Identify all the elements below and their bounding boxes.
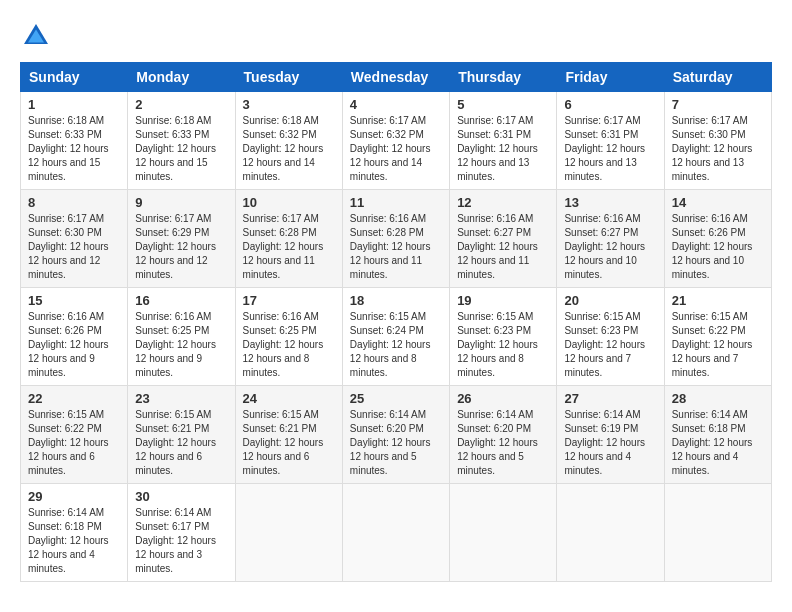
calendar-day-cell: 9 Sunrise: 6:17 AM Sunset: 6:29 PM Dayli… [128,190,235,288]
calendar-week-row: 22 Sunrise: 6:15 AM Sunset: 6:22 PM Dayl… [21,386,772,484]
day-number: 7 [672,97,764,112]
calendar-day-cell: 17 Sunrise: 6:16 AM Sunset: 6:25 PM Dayl… [235,288,342,386]
calendar-day-cell: 19 Sunrise: 6:15 AM Sunset: 6:23 PM Dayl… [450,288,557,386]
calendar-day-cell: 6 Sunrise: 6:17 AM Sunset: 6:31 PM Dayli… [557,92,664,190]
calendar-day-cell: 21 Sunrise: 6:15 AM Sunset: 6:22 PM Dayl… [664,288,771,386]
day-info: Sunrise: 6:15 AM Sunset: 6:23 PM Dayligh… [564,310,656,380]
day-info: Sunrise: 6:15 AM Sunset: 6:22 PM Dayligh… [672,310,764,380]
day-number: 19 [457,293,549,308]
calendar-day-cell: 3 Sunrise: 6:18 AM Sunset: 6:32 PM Dayli… [235,92,342,190]
calendar-header-row: SundayMondayTuesdayWednesdayThursdayFrid… [21,63,772,92]
calendar-header-tuesday: Tuesday [235,63,342,92]
day-number: 10 [243,195,335,210]
calendar-day-cell: 30 Sunrise: 6:14 AM Sunset: 6:17 PM Dayl… [128,484,235,582]
day-number: 5 [457,97,549,112]
calendar-week-row: 8 Sunrise: 6:17 AM Sunset: 6:30 PM Dayli… [21,190,772,288]
calendar-day-cell: 22 Sunrise: 6:15 AM Sunset: 6:22 PM Dayl… [21,386,128,484]
calendar-day-cell [342,484,449,582]
day-number: 1 [28,97,120,112]
day-info: Sunrise: 6:18 AM Sunset: 6:33 PM Dayligh… [135,114,227,184]
day-number: 4 [350,97,442,112]
day-number: 11 [350,195,442,210]
calendar-day-cell: 4 Sunrise: 6:17 AM Sunset: 6:32 PM Dayli… [342,92,449,190]
day-info: Sunrise: 6:15 AM Sunset: 6:21 PM Dayligh… [243,408,335,478]
day-info: Sunrise: 6:15 AM Sunset: 6:21 PM Dayligh… [135,408,227,478]
day-info: Sunrise: 6:17 AM Sunset: 6:29 PM Dayligh… [135,212,227,282]
day-number: 18 [350,293,442,308]
day-info: Sunrise: 6:16 AM Sunset: 6:25 PM Dayligh… [243,310,335,380]
calendar-day-cell: 16 Sunrise: 6:16 AM Sunset: 6:25 PM Dayl… [128,288,235,386]
calendar-header-sunday: Sunday [21,63,128,92]
day-number: 16 [135,293,227,308]
calendar-day-cell: 1 Sunrise: 6:18 AM Sunset: 6:33 PM Dayli… [21,92,128,190]
day-info: Sunrise: 6:14 AM Sunset: 6:17 PM Dayligh… [135,506,227,576]
day-number: 23 [135,391,227,406]
day-info: Sunrise: 6:14 AM Sunset: 6:20 PM Dayligh… [350,408,442,478]
day-number: 20 [564,293,656,308]
day-info: Sunrise: 6:17 AM Sunset: 6:32 PM Dayligh… [350,114,442,184]
calendar-week-row: 15 Sunrise: 6:16 AM Sunset: 6:26 PM Dayl… [21,288,772,386]
day-number: 13 [564,195,656,210]
calendar-week-row: 1 Sunrise: 6:18 AM Sunset: 6:33 PM Dayli… [21,92,772,190]
calendar-day-cell [664,484,771,582]
calendar-day-cell: 13 Sunrise: 6:16 AM Sunset: 6:27 PM Dayl… [557,190,664,288]
day-number: 30 [135,489,227,504]
calendar-day-cell: 5 Sunrise: 6:17 AM Sunset: 6:31 PM Dayli… [450,92,557,190]
day-info: Sunrise: 6:17 AM Sunset: 6:31 PM Dayligh… [457,114,549,184]
day-info: Sunrise: 6:16 AM Sunset: 6:27 PM Dayligh… [457,212,549,282]
day-info: Sunrise: 6:14 AM Sunset: 6:19 PM Dayligh… [564,408,656,478]
day-number: 9 [135,195,227,210]
calendar-day-cell: 28 Sunrise: 6:14 AM Sunset: 6:18 PM Dayl… [664,386,771,484]
calendar-header-friday: Friday [557,63,664,92]
day-info: Sunrise: 6:17 AM Sunset: 6:30 PM Dayligh… [672,114,764,184]
calendar-header-thursday: Thursday [450,63,557,92]
day-info: Sunrise: 6:16 AM Sunset: 6:26 PM Dayligh… [672,212,764,282]
day-info: Sunrise: 6:17 AM Sunset: 6:28 PM Dayligh… [243,212,335,282]
day-number: 12 [457,195,549,210]
calendar-day-cell: 12 Sunrise: 6:16 AM Sunset: 6:27 PM Dayl… [450,190,557,288]
calendar-week-row: 29 Sunrise: 6:14 AM Sunset: 6:18 PM Dayl… [21,484,772,582]
day-number: 2 [135,97,227,112]
calendar-day-cell: 2 Sunrise: 6:18 AM Sunset: 6:33 PM Dayli… [128,92,235,190]
logo [20,20,56,52]
day-number: 28 [672,391,764,406]
calendar-day-cell: 15 Sunrise: 6:16 AM Sunset: 6:26 PM Dayl… [21,288,128,386]
day-number: 25 [350,391,442,406]
day-number: 24 [243,391,335,406]
calendar-day-cell: 14 Sunrise: 6:16 AM Sunset: 6:26 PM Dayl… [664,190,771,288]
calendar-day-cell: 27 Sunrise: 6:14 AM Sunset: 6:19 PM Dayl… [557,386,664,484]
day-number: 21 [672,293,764,308]
calendar-header-saturday: Saturday [664,63,771,92]
day-info: Sunrise: 6:14 AM Sunset: 6:18 PM Dayligh… [28,506,120,576]
calendar-day-cell: 18 Sunrise: 6:15 AM Sunset: 6:24 PM Dayl… [342,288,449,386]
calendar-header-wednesday: Wednesday [342,63,449,92]
calendar-day-cell: 10 Sunrise: 6:17 AM Sunset: 6:28 PM Dayl… [235,190,342,288]
day-number: 14 [672,195,764,210]
calendar-day-cell: 20 Sunrise: 6:15 AM Sunset: 6:23 PM Dayl… [557,288,664,386]
calendar-day-cell [557,484,664,582]
day-info: Sunrise: 6:15 AM Sunset: 6:23 PM Dayligh… [457,310,549,380]
calendar-day-cell: 29 Sunrise: 6:14 AM Sunset: 6:18 PM Dayl… [21,484,128,582]
day-info: Sunrise: 6:16 AM Sunset: 6:27 PM Dayligh… [564,212,656,282]
day-info: Sunrise: 6:18 AM Sunset: 6:33 PM Dayligh… [28,114,120,184]
calendar-day-cell [235,484,342,582]
day-info: Sunrise: 6:14 AM Sunset: 6:20 PM Dayligh… [457,408,549,478]
day-info: Sunrise: 6:15 AM Sunset: 6:24 PM Dayligh… [350,310,442,380]
day-number: 26 [457,391,549,406]
day-info: Sunrise: 6:16 AM Sunset: 6:25 PM Dayligh… [135,310,227,380]
day-info: Sunrise: 6:16 AM Sunset: 6:26 PM Dayligh… [28,310,120,380]
day-number: 29 [28,489,120,504]
day-info: Sunrise: 6:17 AM Sunset: 6:30 PM Dayligh… [28,212,120,282]
day-number: 8 [28,195,120,210]
day-number: 15 [28,293,120,308]
day-number: 22 [28,391,120,406]
day-info: Sunrise: 6:16 AM Sunset: 6:28 PM Dayligh… [350,212,442,282]
page-header [20,20,772,52]
calendar-day-cell: 7 Sunrise: 6:17 AM Sunset: 6:30 PM Dayli… [664,92,771,190]
day-info: Sunrise: 6:14 AM Sunset: 6:18 PM Dayligh… [672,408,764,478]
calendar-header-monday: Monday [128,63,235,92]
day-number: 3 [243,97,335,112]
day-number: 17 [243,293,335,308]
calendar-day-cell: 24 Sunrise: 6:15 AM Sunset: 6:21 PM Dayl… [235,386,342,484]
calendar-day-cell: 11 Sunrise: 6:16 AM Sunset: 6:28 PM Dayl… [342,190,449,288]
